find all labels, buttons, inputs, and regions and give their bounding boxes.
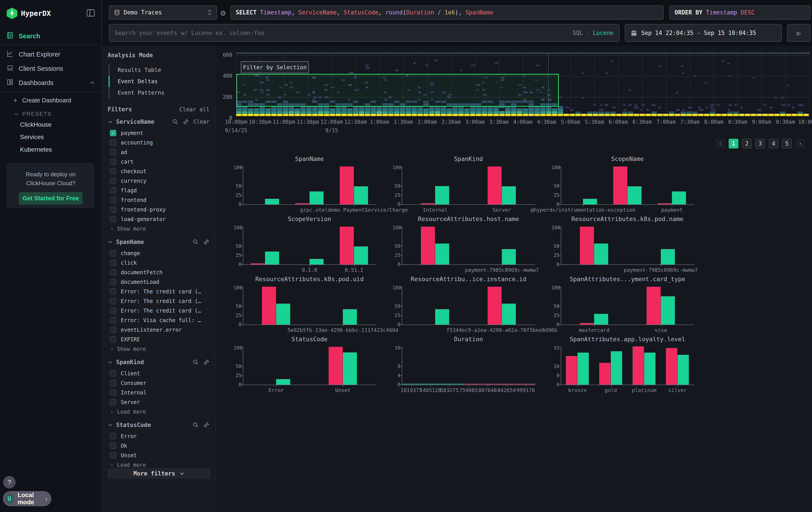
sidebar-item-client-sessions[interactable]: Client Sessions [0, 61, 102, 76]
checkbox[interactable] [110, 380, 116, 386]
next-page-button[interactable]: › [795, 139, 805, 149]
filter-option-ad[interactable]: ad [108, 147, 209, 157]
more-filters-button[interactable]: More filters [108, 468, 210, 479]
load-more-servicename[interactable]: ›Show more [108, 224, 209, 233]
sql-select-input[interactable]: SELECT Timestamp, ServiceName, StatusCod… [230, 5, 664, 20]
checkbox[interactable] [110, 269, 116, 276]
sidebar-item-search[interactable]: Search [0, 29, 102, 43]
filter-option-checkout[interactable]: checkout [108, 166, 209, 176]
checkbox[interactable] [110, 206, 116, 213]
heatmap-selection-box[interactable] [236, 74, 559, 107]
load-more-spankind[interactable]: ›Load more [108, 407, 209, 416]
filter-option-eventlistener-error[interactable]: eventListener.error [108, 325, 209, 334]
date-range-picker[interactable]: Sep 14 22:04:35 - Sep 15 10:04:35 [625, 24, 782, 42]
mode-event-patterns[interactable]: Event Patterns [109, 87, 209, 99]
presets-header[interactable]: PRESETS [0, 107, 102, 118]
checkbox[interactable] [110, 298, 116, 304]
checkbox[interactable] [110, 452, 116, 459]
checkbox[interactable] [110, 178, 116, 184]
filter-option-flagd[interactable]: flagd [108, 186, 209, 195]
checkbox[interactable] [110, 336, 116, 343]
sidebar-collapse-icon[interactable] [86, 8, 96, 19]
checkbox[interactable] [110, 139, 116, 146]
sidebar-item-chart-explorer[interactable]: Chart Explorer [0, 47, 102, 61]
checkbox[interactable] [110, 370, 116, 377]
load-more-spanname[interactable]: ›Show more [108, 344, 209, 353]
checkbox[interactable] [110, 389, 116, 396]
checkbox[interactable] [110, 159, 116, 165]
get-started-button[interactable]: Get Started for Free [19, 192, 83, 205]
pin-icon[interactable] [203, 239, 209, 245]
gear-icon[interactable]: ⚙ [221, 8, 226, 18]
mode-event-deltas[interactable]: Event Deltas [109, 76, 209, 87]
filter-option-documentfetch[interactable]: documentFetch [108, 268, 209, 277]
pin-icon[interactable] [183, 119, 189, 125]
search-icon[interactable] [193, 239, 199, 245]
filter-option-accounting[interactable]: accounting [108, 138, 209, 147]
preset-clickhouse[interactable]: ClickHouse [0, 118, 102, 131]
filter-group-header-spanname[interactable]: SpanName [108, 239, 209, 245]
filter-option-error-the-credit-card-[interactable]: Error: The credit card (… [108, 306, 209, 316]
checkbox[interactable] [110, 197, 116, 203]
search-input[interactable]: Search your events w/ Lucene ex. column:… [109, 24, 619, 42]
lang-toggle-sql[interactable]: SQL [573, 30, 583, 36]
create-dashboard-button[interactable]: + Create Dashboard [0, 94, 102, 107]
filter-group-header-spankind[interactable]: SpanKind [108, 359, 209, 366]
page-button-2[interactable]: 2 [742, 139, 752, 149]
source-select[interactable]: Demo Traces [109, 5, 217, 20]
page-button-4[interactable]: 4 [768, 139, 778, 149]
preset-services[interactable]: Services [0, 131, 102, 143]
filter-option-frontend-proxy[interactable]: frontend-proxy [108, 205, 209, 214]
run-query-button[interactable]: ▷ [787, 24, 811, 42]
filter-option-ok[interactable]: Ok [108, 441, 209, 451]
checkbox[interactable] [110, 399, 116, 405]
filter-option-client[interactable]: Client [108, 369, 209, 378]
filter-option-unset[interactable]: Unset [108, 451, 209, 460]
filter-option-expire[interactable]: EXPIRE [108, 334, 209, 344]
checkbox[interactable] [110, 216, 116, 222]
clear-filter-button[interactable]: Clear [194, 119, 209, 125]
checkbox[interactable] [110, 279, 116, 285]
help-button[interactable]: ? [3, 476, 16, 488]
filter-option-error-the-credit-card-[interactable]: Error: The credit card (… [108, 296, 209, 306]
checkbox[interactable] [110, 168, 116, 174]
filter-option-error[interactable]: Error [108, 431, 209, 441]
checkbox[interactable] [110, 288, 116, 295]
filter-group-header-statuscode[interactable]: StatusCode [108, 422, 209, 428]
filter-option-consumer[interactable]: Consumer [108, 378, 209, 388]
filter-option-load-generator[interactable]: load-generator [108, 214, 209, 224]
filter-by-selection-button[interactable]: Filter by Selection [241, 61, 309, 73]
search-icon[interactable] [193, 422, 199, 428]
filter-option-error-the-credit-card-[interactable]: Error: The credit card (… [108, 287, 209, 296]
filter-option-internal[interactable]: Internal [108, 388, 209, 397]
filter-option-change[interactable]: change [108, 248, 209, 258]
checkbox[interactable] [110, 260, 116, 266]
checkbox[interactable] [110, 149, 116, 155]
filter-option-payment[interactable]: ✓payment [108, 128, 209, 138]
search-icon[interactable] [193, 359, 199, 365]
page-button-3[interactable]: 3 [755, 139, 765, 149]
page-button-5[interactable]: 5 [782, 139, 792, 149]
lang-toggle-lucene[interactable]: Lucene [593, 30, 614, 36]
heatmap-plot-area[interactable] [236, 53, 809, 116]
pin-icon[interactable] [203, 359, 209, 365]
load-more-statuscode[interactable]: ›Load more [108, 460, 209, 469]
sidebar-item-dashboards[interactable]: Dashboards [0, 76, 102, 90]
filter-option-server[interactable]: Server [108, 397, 209, 407]
filter-option-documentload[interactable]: documentLoad [108, 277, 209, 287]
clear-all-button[interactable]: Clear all [179, 106, 209, 113]
pin-icon[interactable] [203, 422, 209, 428]
checkbox[interactable] [110, 433, 116, 439]
filter-option-frontend[interactable]: frontend [108, 195, 209, 205]
local-mode-button[interactable]: U Local mode › [3, 491, 51, 506]
checkbox[interactable] [110, 442, 116, 449]
filter-option-click[interactable]: click [108, 258, 209, 268]
checkbox[interactable] [110, 307, 116, 314]
filter-option-error-visa-cache-full-[interactable]: Error: Visa cache full: … [108, 316, 209, 325]
prev-page-button[interactable]: ‹ [715, 139, 725, 149]
filter-option-currency[interactable]: currency [108, 176, 209, 186]
page-button-1[interactable]: 1 [729, 139, 738, 149]
checkbox[interactable] [110, 187, 116, 194]
checkbox[interactable]: ✓ [110, 130, 116, 136]
checkbox[interactable] [110, 250, 116, 257]
